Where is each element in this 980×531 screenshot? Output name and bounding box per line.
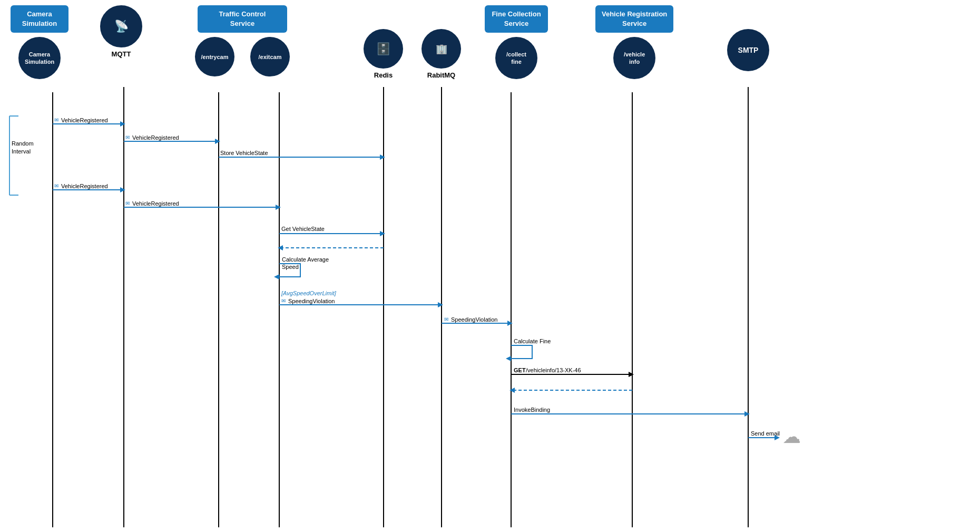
svg-text:Get VehicleState: Get VehicleState: [281, 226, 325, 232]
arrow-m11-loop: [511, 345, 532, 359]
arrowhead-m2: [215, 139, 220, 144]
arrowhead-m12: [629, 372, 634, 377]
svg-text:✉: ✉: [54, 117, 58, 123]
arrowhead-m1: [120, 121, 125, 127]
arrowhead-m13: [509, 388, 515, 393]
smtp-cloud: ☁: [782, 427, 801, 446]
svg-text:✉: ✉: [281, 298, 286, 304]
svg-text:SpeedingViolation: SpeedingViolation: [288, 298, 335, 304]
svg-text:✉: ✉: [125, 134, 130, 140]
svg-text:✉: ✉: [125, 200, 130, 206]
svg-text:/vehicleinfo/13-XK-46: /vehicleinfo/13-XK-46: [526, 367, 581, 373]
svg-text:VehicleRegistered: VehicleRegistered: [61, 117, 108, 123]
arrowhead-m4: [120, 187, 125, 192]
diagram-svg: ✉ VehicleRegistered ✉ VehicleRegistered …: [0, 0, 980, 531]
svg-text:VehicleRegistered: VehicleRegistered: [61, 183, 108, 189]
svg-text:GET: GET: [514, 367, 526, 373]
arrowhead-m6: [380, 231, 385, 236]
arrowhead-m10: [507, 321, 513, 326]
diagram-container: CameraSimulation CameraSimulation 📡 MQTT…: [0, 0, 980, 531]
svg-text:Calculate Fine: Calculate Fine: [514, 338, 551, 344]
arrowhead-m5: [276, 205, 281, 210]
svg-text:SpeedingViolation: SpeedingViolation: [451, 316, 497, 323]
arrowhead-m11: [506, 356, 511, 361]
svg-text:✉: ✉: [444, 316, 448, 322]
arrowhead-m14: [744, 411, 750, 417]
svg-text:VehicleRegistered: VehicleRegistered: [132, 200, 179, 207]
svg-text:Speed: Speed: [282, 264, 299, 270]
svg-text:Calculate Average: Calculate Average: [282, 256, 329, 263]
svg-text:VehicleRegistered: VehicleRegistered: [132, 134, 179, 141]
svg-text:[AvgSpeedOverLimit]: [AvgSpeedOverLimit]: [281, 290, 337, 296]
svg-text:Store VehicleState: Store VehicleState: [220, 150, 268, 156]
arrowhead-m9: [438, 302, 443, 307]
arrowhead-m7: [278, 245, 283, 250]
svg-text:✉: ✉: [54, 183, 58, 189]
svg-text:InvokeBinding: InvokeBinding: [514, 407, 550, 413]
arrowhead-m3: [380, 155, 385, 160]
random-interval-label: RandomInterval: [12, 140, 34, 156]
arrowhead-m8: [274, 274, 279, 279]
